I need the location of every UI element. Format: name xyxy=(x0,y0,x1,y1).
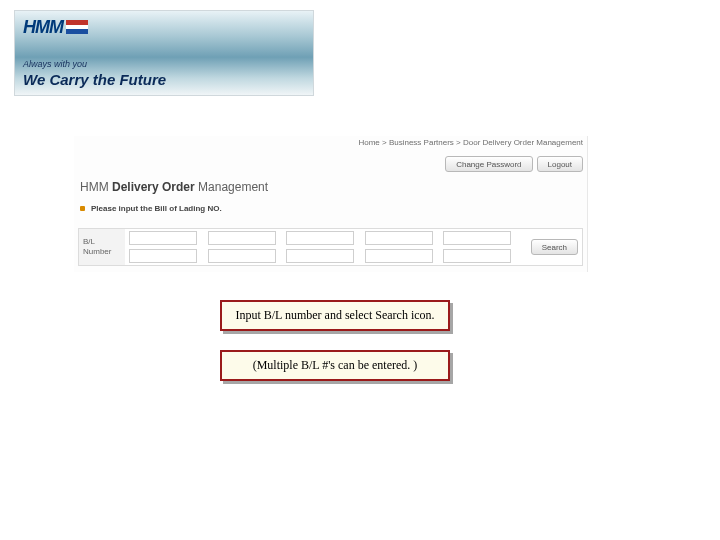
bullet-icon xyxy=(80,206,85,211)
bl-input-7[interactable] xyxy=(208,249,276,263)
bl-input-2[interactable] xyxy=(208,231,276,245)
page-title: HMM Delivery Order Management xyxy=(80,180,268,194)
bl-input-5[interactable] xyxy=(443,231,511,245)
flag-icon xyxy=(66,20,88,36)
bl-input-table: B/L Number Search xyxy=(78,228,583,266)
bl-input-3[interactable] xyxy=(286,231,354,245)
callout-box-1: Input B/L number and select Search icon. xyxy=(220,300,450,331)
table-row: B/L Number Search xyxy=(79,229,582,247)
tagline-small: Always with you xyxy=(23,59,87,69)
breadcrumb-current: Door Delivery Order Management xyxy=(463,138,583,147)
brand-banner: HMM Always with you We Carry the Future xyxy=(14,10,314,96)
bl-input-4[interactable] xyxy=(365,231,433,245)
brand-logo: HMM xyxy=(23,17,88,38)
brand-name: HMM xyxy=(23,17,63,38)
app-screenshot: Home > Business Partners > Door Delivery… xyxy=(74,136,588,272)
bl-input-8[interactable] xyxy=(286,249,354,263)
callout-box-2: (Multiple B/L #'s can be entered. ) xyxy=(220,350,450,381)
breadcrumb: Home > Business Partners > Door Delivery… xyxy=(358,138,583,147)
svg-rect-0 xyxy=(66,20,88,25)
bl-input-9[interactable] xyxy=(365,249,433,263)
callout-text-2: (Multiple B/L #'s can be entered. ) xyxy=(253,358,418,372)
logout-button[interactable]: Logout xyxy=(537,156,583,172)
bl-number-label: B/L Number xyxy=(79,229,125,265)
bl-input-1[interactable] xyxy=(129,231,197,245)
tagline-big: We Carry the Future xyxy=(23,71,166,88)
bl-input-10[interactable] xyxy=(443,249,511,263)
bl-input-6[interactable] xyxy=(129,249,197,263)
change-password-button[interactable]: Change Password xyxy=(445,156,532,172)
search-button[interactable]: Search xyxy=(531,239,578,255)
svg-rect-2 xyxy=(66,29,88,34)
instruction-line: Please input the Bill of Lading NO. xyxy=(80,204,222,213)
table-row xyxy=(79,247,582,265)
header-button-row: Change Password Logout xyxy=(445,156,583,172)
svg-rect-1 xyxy=(66,25,88,29)
breadcrumb-home[interactable]: Home xyxy=(358,138,379,147)
instruction-text: Please input the Bill of Lading NO. xyxy=(91,204,222,213)
callout-text-1: Input B/L number and select Search icon. xyxy=(235,308,434,322)
breadcrumb-business-partners[interactable]: Business Partners xyxy=(389,138,454,147)
